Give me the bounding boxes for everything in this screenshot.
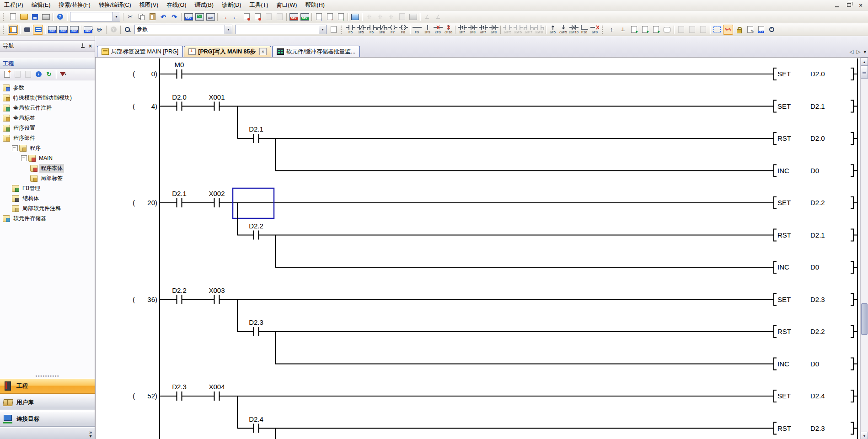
note-edit-button[interactable] — [651, 25, 661, 35]
tab-close-icon[interactable]: × — [259, 48, 267, 55]
scrollbar-split-box[interactable] — [861, 66, 868, 79]
rising-pulse-button[interactable]: sF7 — [457, 24, 467, 35]
tab-scroll-right-icon[interactable]: ▷ — [857, 49, 860, 55]
declaration-edit-button[interactable] — [662, 25, 672, 35]
application-instruction-button[interactable]: F8 — [398, 24, 408, 35]
tree-item-global-label[interactable]: 全局标签 — [0, 113, 95, 123]
tab-local-label-setting[interactable]: 局部标签设置 MAIN [PRG] — [97, 46, 183, 57]
tree-item-program-main[interactable]: MAIN — [0, 153, 95, 163]
data-property-button[interactable] — [34, 70, 43, 79]
close-branch-button[interactable]: sF6 — [377, 24, 387, 35]
invert-result-button[interactable]: caF10 — [568, 24, 579, 35]
tree-item-device-memory[interactable]: 软元件存储器 — [0, 213, 95, 223]
undo-button[interactable] — [158, 12, 168, 22]
coil-button[interactable]: F7 — [387, 24, 398, 35]
comment-display-button[interactable] — [33, 25, 43, 35]
scroll-down-button[interactable]: ▼ — [861, 432, 868, 439]
tree-expander-icon[interactable] — [12, 145, 18, 151]
horizontal-line-button[interactable]: F9 — [412, 24, 422, 35]
sort-menu-button[interactable]: ▾ — [59, 70, 68, 79]
device-display-1-button[interactable] — [47, 25, 57, 35]
tree-item-global-device-comment[interactable]: 全局软元件注释 — [0, 103, 95, 113]
project-button[interactable]: 工程 — [0, 378, 95, 394]
ladder-editor[interactable]: (0)M0SETD2.0(4)D2.0X001SETD2.1D2.1RSTD2.… — [95, 57, 868, 439]
inline-statement-button[interactable] — [607, 25, 617, 35]
delete-vertical-line-button[interactable]: cF10 — [443, 24, 454, 35]
menu-item-5[interactable]: 视图(V) — [135, 0, 163, 10]
zoom-button[interactable] — [767, 25, 777, 35]
find-target-combo[interactable]: 参数▾ — [134, 25, 232, 34]
falling-pulse-button[interactable]: sF8 — [467, 24, 478, 35]
menu-item-7[interactable]: 调试(B) — [190, 0, 218, 10]
combo-dropdown-icon[interactable]: ▾ — [113, 12, 120, 21]
open-branch-button[interactable]: F6 — [366, 24, 377, 35]
tab-device-buffer-monitor[interactable]: 软元件/缓冲存储器批量监... — [272, 46, 360, 57]
minimize-icon[interactable] — [833, 2, 841, 8]
connection-destination-button[interactable]: 连接目标 — [0, 411, 95, 427]
tree-item-fb-pool[interactable]: FB管理 — [0, 183, 95, 193]
menu-item-6[interactable]: 在线(O) — [162, 0, 190, 10]
tree-item-parameter[interactable]: 参数 — [0, 83, 95, 93]
open-contact-button[interactable]: F5 — [345, 24, 356, 35]
vertical-line-button[interactable]: sF9 — [422, 24, 433, 35]
export-data-button[interactable] — [314, 12, 324, 22]
toolbar-grip[interactable] — [3, 13, 5, 21]
ladder-diagram[interactable]: (0)M0SETD2.0(4)D2.0X001SETD2.1D2.1RSTD2.… — [96, 58, 862, 439]
device-display-red-button[interactable] — [289, 12, 299, 22]
pin-icon[interactable] — [80, 43, 85, 48]
print-button[interactable] — [41, 12, 51, 22]
toolbar-grip[interactable] — [3, 26, 5, 34]
ladder-edit-button[interactable] — [745, 25, 755, 35]
draw-corner-button[interactable]: F10 — [579, 24, 589, 35]
tree-item-local-device-comment[interactable]: 局部软元件注释 — [0, 203, 95, 213]
navigation-window-toggle-button[interactable] — [8, 25, 18, 35]
menu-item-11[interactable]: 帮助(H) — [301, 0, 328, 10]
scrollbar-thumb[interactable] — [861, 303, 868, 335]
draw-line-down-button[interactable]: caF5 — [558, 24, 568, 35]
tree-item-program-body[interactable]: 程序本体 — [0, 163, 95, 173]
menu-item-8[interactable]: 诊断(D) — [218, 0, 245, 10]
menu-item-4[interactable]: 转换/编译(C) — [95, 0, 135, 10]
monitor-window-button[interactable] — [350, 12, 360, 22]
tree-item-pou[interactable]: 程序部件 — [0, 133, 95, 143]
draw-line-up-button[interactable]: aF5 — [547, 24, 558, 35]
menu-item-3[interactable]: 搜索/替换(F) — [54, 0, 94, 10]
menu-item-2[interactable]: 编辑(E) — [27, 0, 55, 10]
read-from-plc-button[interactable] — [194, 12, 204, 22]
save-project-button[interactable] — [30, 12, 40, 22]
rising-pulse-branch-button[interactable]: aF7 — [478, 24, 488, 35]
restore-icon[interactable] — [845, 2, 852, 8]
statement-edit-button[interactable] — [640, 25, 650, 35]
menu-item-9[interactable]: 工具(T) — [245, 0, 272, 10]
refresh-view-button[interactable] — [44, 70, 54, 79]
new-project-button[interactable] — [8, 12, 18, 22]
toolbar-grip[interactable] — [602, 26, 605, 34]
close-icon[interactable]: × — [89, 43, 92, 49]
device-display-menu-button[interactable]: ▾ — [83, 25, 93, 35]
delete-line-button[interactable]: aF9 — [589, 24, 600, 35]
function-block-selection-button[interactable] — [22, 25, 32, 35]
vertical-scrollbar[interactable]: ▲ ▼ — [860, 58, 868, 439]
tree-item-program-setting[interactable]: 程序设置 — [0, 123, 95, 133]
panel-splitter[interactable]: ●●●●●●●●●● — [0, 374, 95, 377]
menu-item-10[interactable]: 窗口(W) — [272, 0, 301, 10]
merge-line-button[interactable] — [618, 25, 628, 35]
device-display-2-button[interactable] — [58, 25, 68, 35]
cut-button[interactable] — [125, 12, 135, 22]
online-program-change-button[interactable] — [241, 12, 252, 22]
insert-mode-button[interactable] — [712, 25, 722, 35]
keyword-combo[interactable]: ▾ — [70, 12, 120, 21]
read-protect-button[interactable] — [734, 25, 744, 35]
close-contact-button[interactable]: sF5 — [356, 24, 366, 35]
delete-horizontal-line-button[interactable]: cF9 — [433, 24, 443, 35]
window-preview-button[interactable] — [328, 25, 338, 35]
tree-item-program-folder[interactable]: 程序 — [0, 143, 95, 153]
falling-pulse-branch-button[interactable]: aF8 — [488, 24, 499, 35]
combo-dropdown-icon[interactable]: ▾ — [319, 25, 326, 34]
redo-button[interactable] — [169, 12, 179, 22]
device-comment-edit-button[interactable] — [629, 25, 639, 35]
archive-data-button[interactable] — [336, 12, 346, 22]
write-to-plc-button[interactable] — [183, 12, 193, 22]
write-mode-button[interactable] — [723, 25, 733, 35]
tree-item-local-label[interactable]: 局部标签 — [0, 173, 95, 183]
